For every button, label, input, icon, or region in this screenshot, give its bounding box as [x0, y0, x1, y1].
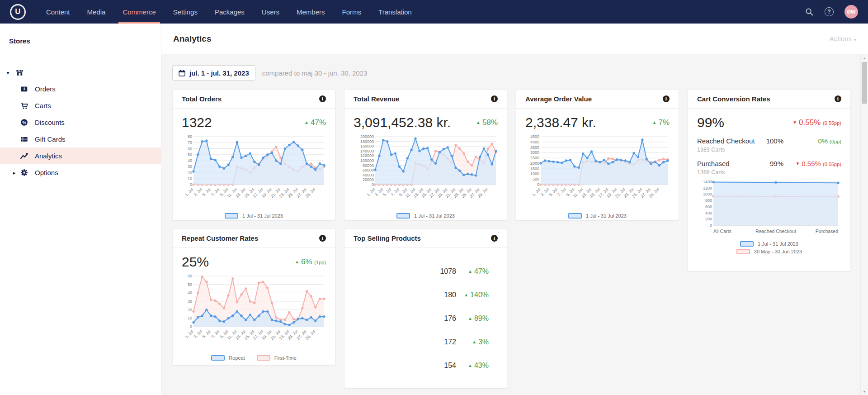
svg-text:3500: 3500: [530, 145, 539, 150]
nav-item-translation[interactable]: Translation: [370, 0, 420, 24]
info-icon[interactable]: i: [319, 95, 326, 102]
funnel-step-rate: 100%: [756, 137, 783, 145]
svg-text:5. Jul: 5. Jul: [548, 187, 558, 197]
trend-up-icon: ▲: [476, 120, 481, 125]
svg-text:20: 20: [188, 171, 192, 175]
sidebar-item-gift-cards[interactable]: Gift Cards: [0, 131, 161, 148]
product-change: ▲43%: [456, 362, 489, 370]
nav-item-content[interactable]: Content: [38, 0, 79, 24]
main-nav: Content Media Commerce Settings Packages…: [38, 0, 420, 24]
repeat-customer-delta: ▲6% (1pp): [295, 257, 326, 267]
help-icon[interactable]: ?: [825, 7, 834, 16]
nav-item-forms[interactable]: Forms: [334, 0, 370, 24]
svg-text:3. Jul: 3. Jul: [193, 187, 203, 197]
svg-text:Reached Checkout: Reached Checkout: [755, 228, 796, 234]
card-title: Total Orders: [182, 95, 222, 103]
svg-text:3. Jul: 3. Jul: [193, 329, 203, 339]
repeat-customer-value: 25%: [182, 254, 209, 270]
cart-icon: [20, 102, 28, 109]
date-range-button[interactable]: jul. 1 - jul. 31, 2023: [172, 65, 255, 81]
vertical-scrollbar[interactable]: ▲ ▼: [860, 54, 868, 395]
avatar[interactable]: ØW: [844, 5, 858, 19]
tree-root-store[interactable]: ▾: [0, 65, 161, 81]
svg-text:200000: 200000: [360, 134, 374, 139]
store-tree: ▾ Orders Carts % Discounts: [0, 65, 161, 181]
product-quantity: 180: [434, 291, 456, 299]
scrollbar-thumb[interactable]: [862, 62, 867, 104]
compare-range-label: compared to maj 30 - jun. 30, 2023: [262, 69, 368, 77]
funnel-step-carts: 1383 Carts: [697, 147, 841, 153]
svg-text:3. Jul: 3. Jul: [540, 187, 550, 197]
nav-item-users[interactable]: Users: [253, 0, 288, 24]
svg-text:80: 80: [188, 134, 192, 139]
funnel-step-change: 0% (0pp): [783, 137, 841, 145]
svg-text:60000: 60000: [363, 168, 374, 172]
svg-text:1. Jul: 1. Jul: [184, 187, 194, 197]
chart-legend: 1 Jul - 31 Jul 202330 May - 30 Jun 2023: [182, 213, 326, 220]
nav-item-settings[interactable]: Settings: [165, 0, 206, 24]
svg-text:29. Jul: 29. Jul: [304, 329, 316, 341]
date-bar: jul. 1 - jul. 31, 2023 compared to maj 3…: [172, 65, 367, 81]
svg-text:7. Jul: 7. Jul: [557, 187, 566, 197]
sidebar-item-analytics[interactable]: Analytics: [0, 148, 161, 164]
analytics-content: jul. 1 - jul. 31, 2023 compared to maj 3…: [161, 54, 860, 395]
scroll-down-button[interactable]: ▼: [861, 388, 868, 395]
caret-down-icon[interactable]: ▾: [5, 70, 11, 76]
total-revenue-delta: ▲58%: [476, 118, 498, 127]
svg-text:1. Jul: 1. Jul: [184, 329, 194, 339]
info-icon[interactable]: i: [491, 95, 498, 102]
sidebar-item-carts[interactable]: Carts: [0, 97, 161, 114]
actions-button[interactable]: Actions▾: [830, 35, 856, 43]
scroll-up-button[interactable]: ▲: [861, 54, 868, 62]
info-icon[interactable]: i: [835, 95, 841, 102]
discount-icon: %: [20, 119, 28, 126]
card-title: Total Revenue: [354, 95, 399, 103]
svg-text:4500: 4500: [530, 134, 539, 139]
sidebar-item-label: Analytics: [35, 152, 62, 160]
umbraco-logo-icon[interactable]: U: [10, 4, 26, 20]
info-icon[interactable]: i: [319, 235, 326, 242]
svg-text:7. Jul: 7. Jul: [390, 187, 400, 197]
total-orders-chart: 010203040506070801. Jul3. Jul5. Jul7. Ju…: [182, 134, 326, 220]
svg-text:80000: 80000: [363, 163, 374, 168]
average-order-value-chart: 0500100015002000250030003500400045001. J…: [525, 134, 670, 220]
nav-item-members[interactable]: Members: [288, 0, 334, 24]
card-title: Average Order Value: [525, 95, 592, 103]
sidebar-item-label: Options: [35, 169, 58, 176]
trend-up-icon: ▲: [295, 259, 299, 264]
trend-up-icon: ▲: [468, 316, 472, 321]
nav-item-commerce[interactable]: Commerce: [114, 0, 164, 24]
svg-text:10: 10: [188, 316, 192, 320]
sidebar-item-label: Orders: [35, 85, 56, 93]
nav-item-media[interactable]: Media: [79, 0, 114, 24]
list-item: 176 ▲89%: [354, 307, 489, 330]
product-change: ▲3%: [456, 338, 489, 346]
search-icon[interactable]: [805, 8, 814, 16]
cart-conversion-card: Cart Conversion Rates i 99% ▼0.55% (0.55…: [688, 89, 851, 271]
date-range-label: jul. 1 - jul. 31, 2023: [189, 69, 249, 77]
svg-text:1200: 1200: [703, 186, 712, 190]
sidebar-item-label: Discounts: [35, 119, 65, 126]
svg-text:3. Jul: 3. Jul: [374, 187, 384, 197]
info-icon[interactable]: i: [491, 235, 498, 242]
trend-up-icon: ▲: [652, 120, 657, 125]
trend-down-icon: ▼: [795, 161, 800, 166]
product-quantity: 176: [434, 314, 456, 323]
info-icon[interactable]: i: [663, 95, 670, 102]
svg-text:120000: 120000: [360, 153, 374, 158]
caret-right-icon[interactable]: ▸: [11, 170, 17, 176]
repeat-customer-chart: 01020304050601. Jul3. Jul5. Jul7. Jul9. …: [182, 273, 326, 361]
svg-text:70: 70: [188, 140, 192, 145]
product-quantity: 1078: [434, 267, 456, 276]
sidebar-heading: Stores: [0, 24, 161, 45]
sidebar-item-orders[interactable]: Orders: [0, 81, 161, 97]
nav-item-packages[interactable]: Packages: [206, 0, 253, 24]
sidebar-item-discounts[interactable]: % Discounts: [0, 114, 161, 131]
svg-text:30: 30: [188, 164, 192, 169]
sidebar-item-options[interactable]: ▸ Options: [0, 164, 161, 181]
svg-text:5. Jul: 5. Jul: [382, 187, 392, 197]
svg-text:3000: 3000: [530, 150, 539, 155]
svg-text:400: 400: [705, 211, 712, 215]
chevron-down-icon: ▾: [854, 37, 856, 42]
svg-text:5. Jul: 5. Jul: [202, 187, 212, 197]
